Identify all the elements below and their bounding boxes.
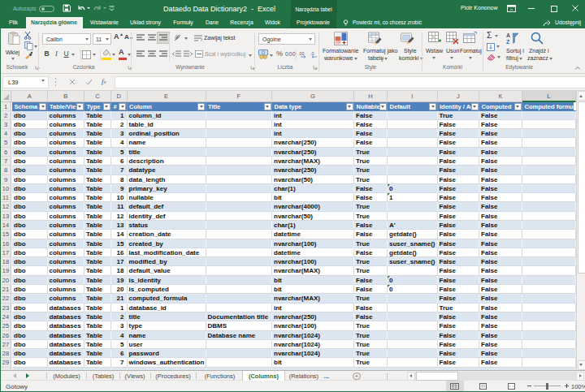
svg-text:A: A — [506, 32, 510, 38]
svg-text:.00: .00 — [298, 51, 305, 56]
svg-text:ab: ab — [174, 33, 181, 41]
svg-text:Z: Z — [506, 39, 510, 45]
svg-text:.0: .0 — [310, 51, 314, 56]
